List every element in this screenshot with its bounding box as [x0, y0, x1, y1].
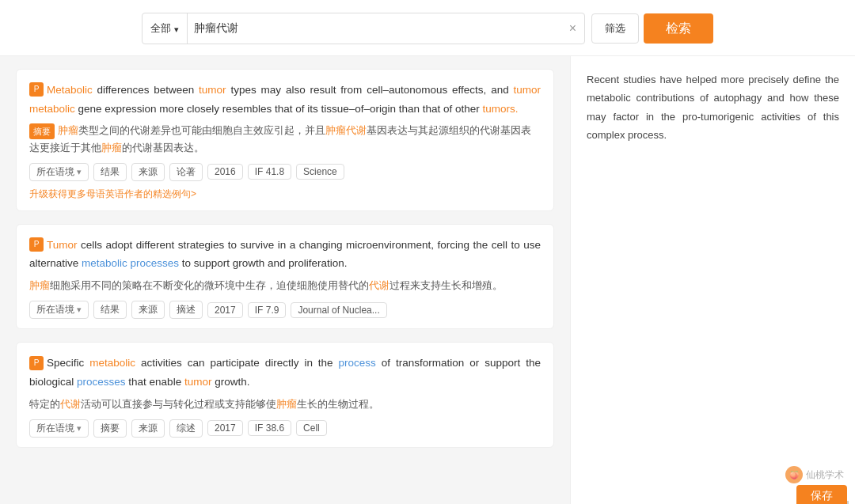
- card-3-icon: P: [29, 356, 44, 370]
- filter-button[interactable]: 筛选: [591, 13, 639, 44]
- highlight: tumors.: [483, 103, 519, 115]
- tag-source[interactable]: 来源: [131, 301, 165, 319]
- card-2-icon: P: [29, 237, 44, 252]
- card-1-text-zh: 摘要肿瘤类型之间的代谢差异也可能由细胞自主效应引起，并且肿瘤代谢基因表达与其起源…: [29, 123, 541, 157]
- highlight: processes: [77, 376, 126, 388]
- watermark: 🍑 仙桃学术: [785, 466, 844, 483]
- tag-context[interactable]: 所在语境: [29, 301, 89, 319]
- tag-abstract[interactable]: 摘述: [169, 301, 203, 319]
- search-input[interactable]: [188, 13, 561, 44]
- highlight: tumor: [199, 84, 226, 96]
- search-button[interactable]: 检索: [644, 13, 713, 44]
- tag-journal: Science: [296, 164, 344, 180]
- card-2-text-zh: 肿瘤细胞采用不同的策略在不断变化的微环境中生存，迫使细胞使用替代的代谢过程来支持…: [29, 278, 541, 294]
- card-3-text-en: PSpecific metabolic activities can parti…: [29, 354, 541, 391]
- tag-source[interactable]: 来源: [131, 163, 165, 181]
- card-3-text-zh: 特定的代谢活动可以直接参与与转化过程或支持能够使肿瘤生长的生物过程。: [29, 396, 541, 413]
- category-selector[interactable]: 全部: [142, 13, 188, 44]
- watermark-text: 仙桃学术: [806, 467, 844, 483]
- card-1-text-en: PMetabolic differences between tumor typ…: [29, 81, 541, 118]
- tag-abstract[interactable]: 摘要: [93, 419, 127, 438]
- results-panel: PMetabolic differences between tumor typ…: [0, 56, 570, 504]
- tag-context[interactable]: 所在语境: [29, 419, 89, 438]
- highlight: metabolic: [89, 357, 135, 369]
- card-1-tags: 所在语境 结果 来源 论著 2016 IF 41.8 Science: [29, 163, 541, 181]
- tag-year: 2017: [207, 420, 243, 436]
- upgrade-link[interactable]: 升级获得更多母语英语作者的精选例句>: [29, 188, 541, 201]
- watermark-logo: 🍑: [785, 466, 803, 483]
- tag-chevron-icon: [77, 423, 82, 434]
- search-bar: 全部 × 筛选 检索: [0, 0, 855, 56]
- tag-result[interactable]: 结果: [93, 301, 127, 319]
- highlight: Tumor: [47, 239, 78, 251]
- card-1-icon: P: [29, 82, 44, 97]
- translation-badge: 摘要: [29, 123, 55, 140]
- tag-paper[interactable]: 论著: [169, 163, 203, 181]
- result-card-3: PSpecific metabolic activities can parti…: [16, 342, 554, 448]
- tag-chevron-icon: [77, 167, 82, 177]
- highlight: metabolic processes: [82, 257, 179, 269]
- tag-journal: Cell: [296, 420, 327, 436]
- tag-context[interactable]: 所在语境: [29, 163, 89, 181]
- category-chevron-icon: [174, 23, 179, 35]
- tag-if: IF 7.9: [248, 302, 287, 318]
- right-panel: Recent studies have helped more precisel…: [570, 56, 855, 504]
- highlight: Metabolic: [47, 84, 93, 96]
- card-3-tags: 所在语境 摘要 来源 综述 2017 IF 38.6 Cell: [29, 419, 541, 438]
- tag-source[interactable]: 来源: [131, 419, 165, 438]
- tag-chevron-icon: [77, 305, 82, 315]
- main-content: PMetabolic differences between tumor typ…: [0, 56, 855, 504]
- clear-icon[interactable]: ×: [561, 21, 584, 36]
- tag-if: IF 38.6: [248, 420, 291, 436]
- card-2-tags: 所在语境 结果 来源 摘述 2017 IF 7.9 Journal of Nuc…: [29, 301, 541, 319]
- result-card-2: PTumor cells adopt different strategies …: [16, 224, 554, 330]
- tag-if: IF 41.8: [248, 164, 291, 180]
- highlight: process: [339, 357, 376, 369]
- tag-result[interactable]: 结果: [93, 163, 127, 181]
- tag-review[interactable]: 综述: [169, 419, 203, 438]
- save-button[interactable]: 保存: [796, 485, 847, 504]
- category-label: 全部: [150, 21, 171, 36]
- tag-journal: Journal of Nuclea...: [291, 302, 386, 318]
- card-2-text-en: PTumor cells adopt different strategies …: [29, 236, 541, 273]
- tag-year: 2017: [207, 302, 243, 318]
- highlight: tumor: [184, 376, 212, 388]
- search-input-wrapper: 全部 ×: [142, 13, 585, 44]
- tag-year: 2016: [207, 164, 243, 180]
- result-card-1: PMetabolic differences between tumor typ…: [16, 69, 554, 211]
- right-panel-text: Recent studies have helped more precisel…: [587, 70, 839, 145]
